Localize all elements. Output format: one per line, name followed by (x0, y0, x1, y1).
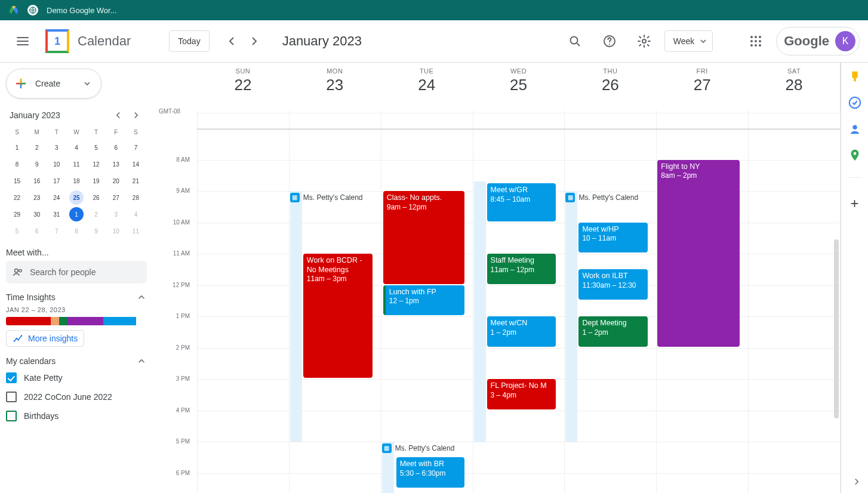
day-header[interactable]: THU26 (564, 67, 656, 110)
day-header[interactable]: SAT28 (748, 67, 840, 110)
minical-day[interactable]: 10 (106, 223, 126, 239)
event-block[interactable]: Flight to NY8am – 2pm (657, 160, 740, 347)
minical-day[interactable]: 15 (7, 172, 27, 189)
mini-next-month[interactable] (129, 108, 143, 122)
event-block[interactable]: Work on ILBT11:30am – 12:30 (578, 269, 648, 300)
event-block[interactable]: Work on BCDR - No Meetings11am – 3pm (303, 254, 373, 378)
browser-tab-title[interactable]: Demo Google Wor... (47, 6, 117, 15)
minical-day[interactable]: 3 (47, 139, 66, 156)
minical-day[interactable]: 31 (47, 206, 66, 223)
prev-period-button[interactable] (220, 30, 243, 53)
event-block[interactable]: FL Project- No M3 – 4pm (487, 379, 556, 409)
minical-day[interactable]: 19 (87, 172, 106, 189)
calendar-chip[interactable]: ▦Ms. Petty's Calend (565, 193, 638, 202)
minical-day[interactable]: 4 (66, 139, 86, 156)
minical-day[interactable]: 4 (126, 206, 146, 223)
event-block[interactable]: Dept Meeting1 – 2pm (578, 316, 648, 347)
view-switcher[interactable]: Week (664, 30, 713, 52)
minical-day[interactable]: 10 (47, 156, 66, 172)
user-avatar[interactable]: K (835, 31, 855, 51)
calendar-checkbox[interactable] (6, 411, 17, 421)
chevron-up-icon[interactable] (136, 292, 147, 303)
minical-day[interactable]: 13 (106, 156, 126, 172)
minical-day[interactable]: 9 (27, 156, 47, 172)
create-button[interactable]: Create (6, 69, 101, 98)
event-block[interactable]: Staff Meeting11am – 12pm (487, 254, 556, 284)
minical-day[interactable]: 24 (47, 189, 66, 206)
settings-button[interactable] (630, 27, 658, 56)
help-button[interactable] (595, 27, 624, 56)
chevron-up-icon[interactable] (136, 356, 147, 366)
day-header[interactable]: FRI27 (656, 67, 748, 110)
minical-day[interactable]: 27 (106, 189, 126, 206)
more-insights-button[interactable]: More insights (6, 330, 84, 347)
minical-day[interactable]: 28 (126, 189, 146, 206)
minical-day[interactable]: 21 (126, 172, 146, 189)
hide-side-panel-button[interactable] (851, 476, 862, 489)
today-button[interactable]: Today (169, 30, 209, 52)
minical-day[interactable]: 7 (47, 223, 66, 239)
account-chip[interactable]: Google K (776, 27, 860, 56)
timezone-label: GMT-08 (159, 108, 180, 115)
calendar-checkbox[interactable] (6, 372, 17, 383)
minical-day[interactable]: 1 (69, 207, 84, 221)
minical-day[interactable]: 6 (27, 223, 47, 239)
main-menu-button[interactable] (8, 27, 37, 56)
calendar-chip[interactable]: ▦Ms. Petty's Calend (290, 193, 363, 202)
event-block[interactable]: Meet w/GR8:45 – 10am (487, 183, 556, 221)
minical-day[interactable]: 8 (66, 223, 86, 239)
event-block[interactable]: Meet w/HP10 – 11am (578, 223, 648, 253)
minical-day[interactable]: 22 (7, 189, 27, 206)
minical-day[interactable]: 16 (27, 172, 47, 189)
event-block[interactable]: Meet with BR5:30 – 6:30pm (396, 457, 464, 488)
tasks-icon[interactable] (848, 96, 861, 109)
minical-day[interactable]: 18 (66, 172, 86, 189)
calendar-item[interactable]: Kate Petty (6, 368, 147, 387)
minical-day[interactable]: 7 (126, 139, 146, 156)
minical-day[interactable]: 30 (27, 206, 47, 223)
minical-day[interactable]: 8 (7, 156, 27, 172)
calendar-item[interactable]: 2022 CoCon June 2022 (6, 387, 147, 406)
minical-day[interactable]: 14 (126, 156, 146, 172)
minical-day[interactable]: 23 (27, 189, 47, 206)
minical-day[interactable]: 5 (7, 223, 27, 239)
svg-point-7 (609, 44, 610, 45)
scrollbar-thumb[interactable] (834, 239, 839, 418)
event-block[interactable]: Lunch with FP12 – 1pm (383, 285, 464, 316)
minical-day[interactable]: 29 (7, 206, 27, 223)
event-block[interactable]: Meet w/CN1 – 2pm (487, 316, 556, 347)
next-period-button[interactable] (243, 30, 266, 53)
event-block[interactable]: Class- No appts.9am – 12pm (383, 191, 464, 284)
day-header[interactable]: SUN22 (197, 67, 289, 110)
search-button[interactable] (561, 27, 589, 56)
mini-prev-month[interactable] (111, 108, 125, 122)
calendar-item[interactable]: Birthdays (6, 406, 147, 426)
contacts-icon[interactable] (848, 122, 861, 135)
minical-day[interactable]: 6 (106, 139, 126, 156)
minical-day[interactable]: 20 (106, 172, 126, 189)
day-header[interactable]: MON23 (289, 67, 381, 110)
minical-day[interactable]: 5 (87, 139, 106, 156)
calendar-chip[interactable]: ▦Ms. Petty's Calend (382, 443, 455, 453)
minical-day[interactable]: 9 (87, 223, 106, 239)
minical-day[interactable]: 12 (87, 156, 106, 172)
minical-day[interactable]: 17 (47, 172, 66, 189)
maps-icon[interactable] (848, 149, 861, 162)
svg-point-5 (570, 37, 577, 44)
minical-day[interactable]: 3 (106, 206, 126, 223)
day-header[interactable]: WED25 (473, 67, 565, 110)
add-addon-button[interactable]: + (848, 197, 861, 210)
minical-day[interactable]: 11 (66, 156, 86, 172)
people-search-input[interactable]: Search for people (6, 261, 147, 284)
hour-label: 4 PM (153, 407, 190, 439)
minical-day[interactable]: 2 (27, 139, 47, 156)
calendar-checkbox[interactable] (6, 392, 17, 402)
minical-day[interactable]: 25 (69, 190, 84, 205)
keep-icon[interactable] (848, 70, 861, 83)
minical-day[interactable]: 1 (7, 139, 27, 156)
minical-day[interactable]: 2 (87, 206, 106, 223)
minical-day[interactable]: 11 (126, 223, 146, 239)
minical-day[interactable]: 26 (87, 189, 106, 206)
google-apps-button[interactable] (741, 27, 770, 56)
day-header[interactable]: TUE24 (381, 67, 473, 110)
